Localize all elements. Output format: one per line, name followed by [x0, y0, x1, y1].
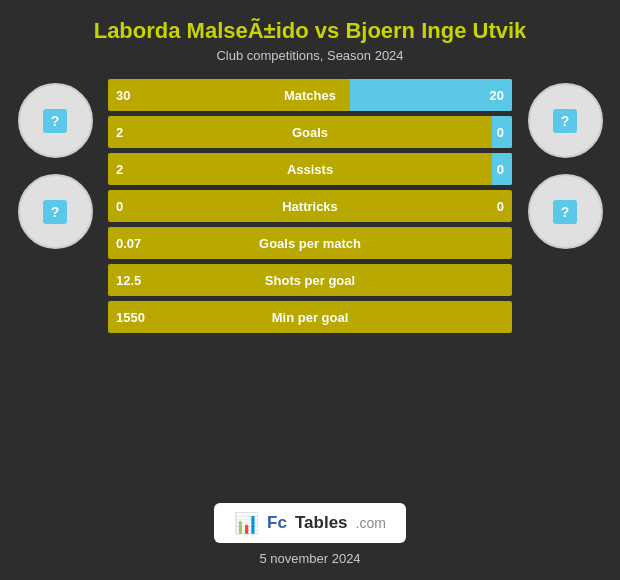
- bar-left-label-matches: 30: [116, 88, 130, 103]
- avatar-right-top: ?: [528, 83, 603, 158]
- logo-tables-text: Tables: [295, 513, 348, 533]
- bar-left-label-goals: 2: [116, 125, 123, 140]
- bar-center-label-shots_per_goal: Shots per goal: [265, 273, 355, 288]
- bar-container-assists: 2Assists0: [108, 153, 512, 185]
- bar-container-hattricks: 0Hattricks0: [108, 190, 512, 222]
- bar-center-label-matches: Matches: [284, 88, 336, 103]
- bar-container-goals_per_match: 0.07Goals per match: [108, 227, 512, 259]
- date-text: 5 november 2024: [259, 551, 360, 580]
- bar-left-label-goals_per_match: 0.07: [116, 236, 141, 251]
- bar-container-min_per_goal: 1550Min per goal: [108, 301, 512, 333]
- stat-row-goals_per_match: 0.07Goals per match: [108, 227, 512, 259]
- bar-container-shots_per_goal: 12.5Shots per goal: [108, 264, 512, 296]
- bar-left-label-hattricks: 0: [116, 199, 123, 214]
- logo-box: 📊 FcTables.com: [214, 503, 406, 543]
- avatar-right-top-icon: ?: [553, 109, 577, 133]
- bar-container-goals: 2Goals0: [108, 116, 512, 148]
- bar-center-label-goals_per_match: Goals per match: [259, 236, 361, 251]
- title-section: Laborda MalseÃ±ido vs Bjoern Inge Utvik …: [0, 0, 620, 69]
- subtitle: Club competitions, Season 2024: [20, 48, 600, 63]
- bar-left-label-shots_per_goal: 12.5: [116, 273, 141, 288]
- logo-fc-text: Fc: [267, 513, 287, 533]
- stat-row-goals: 2Goals0: [108, 116, 512, 148]
- stat-row-assists: 2Assists0: [108, 153, 512, 185]
- bar-right-label-matches: 20: [490, 88, 504, 103]
- bar-left-label-min_per_goal: 1550: [116, 310, 145, 325]
- stat-row-hattricks: 0Hattricks0: [108, 190, 512, 222]
- bar-center-label-min_per_goal: Min per goal: [272, 310, 349, 325]
- bar-right-label-hattricks: 0: [497, 199, 504, 214]
- bar-center-label-assists: Assists: [287, 162, 333, 177]
- stat-row-matches: 30Matches20: [108, 79, 512, 111]
- main-title: Laborda MalseÃ±ido vs Bjoern Inge Utvik: [20, 18, 600, 44]
- avatar-right-bottom-icon: ?: [553, 200, 577, 224]
- content-area: ? ? 30Matches202Goals02Assists00Hattrick…: [0, 69, 620, 489]
- logo-chart-icon: 📊: [234, 511, 259, 535]
- bar-left-label-assists: 2: [116, 162, 123, 177]
- bar-center-label-hattricks: Hattricks: [282, 199, 338, 214]
- avatar-left-top: ?: [18, 83, 93, 158]
- footer-logo: 📊 FcTables.com: [0, 489, 620, 551]
- avatar-left-bottom-icon: ?: [43, 200, 67, 224]
- right-avatars: ? ?: [520, 79, 610, 249]
- bar-fill-matches: [350, 79, 512, 111]
- stat-row-shots_per_goal: 12.5Shots per goal: [108, 264, 512, 296]
- bar-right-label-assists: 0: [497, 162, 504, 177]
- avatar-left-bottom: ?: [18, 174, 93, 249]
- avatar-right-bottom: ?: [528, 174, 603, 249]
- left-avatars: ? ?: [10, 79, 100, 249]
- stat-row-min_per_goal: 1550Min per goal: [108, 301, 512, 333]
- bar-right-label-goals: 0: [497, 125, 504, 140]
- bar-container-matches: 30Matches20: [108, 79, 512, 111]
- avatar-left-top-icon: ?: [43, 109, 67, 133]
- stats-area: 30Matches202Goals02Assists00Hattricks00.…: [108, 79, 512, 333]
- main-container: Laborda MalseÃ±ido vs Bjoern Inge Utvik …: [0, 0, 620, 580]
- bar-center-label-goals: Goals: [292, 125, 328, 140]
- logo-com-text: .com: [356, 515, 386, 531]
